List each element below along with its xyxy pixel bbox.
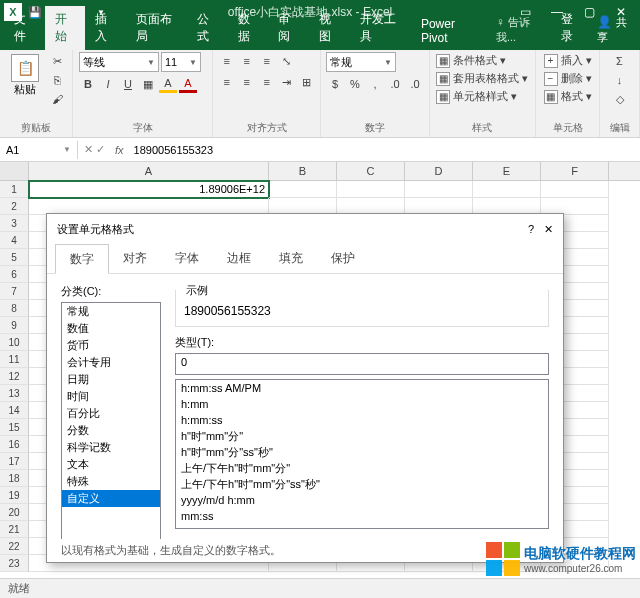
merge-icon[interactable]: ⊞ <box>298 73 316 91</box>
row-header[interactable]: 22 <box>0 538 29 555</box>
tab-layout[interactable]: 页面布局 <box>126 6 187 50</box>
tab-file[interactable]: 文件 <box>4 6 45 50</box>
row-header[interactable]: 2 <box>0 198 29 215</box>
row-header[interactable]: 17 <box>0 453 29 470</box>
row-header[interactable]: 18 <box>0 470 29 487</box>
category-item[interactable]: 百分比 <box>62 405 160 422</box>
tab-formulas[interactable]: 公式 <box>187 6 228 50</box>
autosum-icon[interactable]: Σ <box>611 52 629 70</box>
tab-power[interactable]: Power Pivot <box>411 12 486 50</box>
format-painter-icon[interactable]: 🖌 <box>48 90 66 108</box>
fill-color-button[interactable]: A <box>159 75 177 93</box>
cell[interactable] <box>405 181 473 198</box>
category-listbox[interactable]: 常规数值货币会计专用日期时间百分比分数科学记数文本特殊自定义 <box>61 302 161 539</box>
formula-bar-input[interactable]: 1890056155323 <box>128 141 640 159</box>
category-item[interactable]: 数值 <box>62 320 160 337</box>
category-item[interactable]: 常规 <box>62 303 160 320</box>
tab-dev[interactable]: 开发工具 <box>350 6 411 50</box>
dlg-tab-border[interactable]: 边框 <box>213 244 265 273</box>
col-header[interactable]: A <box>29 162 269 180</box>
category-item[interactable]: 科学记数 <box>62 439 160 456</box>
percent-icon[interactable]: % <box>346 75 364 93</box>
align-middle-icon[interactable]: ≡ <box>238 52 256 70</box>
align-left-icon[interactable]: ≡ <box>218 73 236 91</box>
cell[interactable] <box>473 181 541 198</box>
dialog-help-icon[interactable]: ? <box>528 223 534 236</box>
category-item[interactable]: 特殊 <box>62 473 160 490</box>
row-header[interactable]: 15 <box>0 419 29 436</box>
clear-icon[interactable]: ◇ <box>611 90 629 108</box>
category-item[interactable]: 自定义 <box>62 490 160 507</box>
type-item[interactable]: 上午/下午h"时"mm"分" <box>176 460 548 476</box>
underline-button[interactable]: U <box>119 75 137 93</box>
row-header[interactable]: 7 <box>0 283 29 300</box>
fx-icon[interactable]: fx <box>111 144 128 156</box>
category-item[interactable]: 会计专用 <box>62 354 160 371</box>
dlg-tab-font[interactable]: 字体 <box>161 244 213 273</box>
enter-formula-icon[interactable]: ✓ <box>96 143 105 156</box>
fill-icon[interactable]: ↓ <box>611 71 629 89</box>
dlg-tab-fill[interactable]: 填充 <box>265 244 317 273</box>
dlg-tab-protect[interactable]: 保护 <box>317 244 369 273</box>
increase-decimal-icon[interactable]: .0 <box>386 75 404 93</box>
font-name-combo[interactable]: 等线▼ <box>79 52 159 72</box>
align-center-icon[interactable]: ≡ <box>238 73 256 91</box>
category-item[interactable]: 分数 <box>62 422 160 439</box>
indent-icon[interactable]: ⇥ <box>278 73 296 91</box>
align-top-icon[interactable]: ≡ <box>218 52 236 70</box>
italic-button[interactable]: I <box>99 75 117 93</box>
row-header[interactable]: 8 <box>0 300 29 317</box>
row-header[interactable]: 4 <box>0 232 29 249</box>
cell[interactable] <box>337 181 405 198</box>
type-item[interactable]: h:mm:ss <box>176 412 548 428</box>
cell[interactable] <box>541 181 609 198</box>
col-header[interactable]: E <box>473 162 541 180</box>
row-header[interactable]: 16 <box>0 436 29 453</box>
number-format-combo[interactable]: 常规▼ <box>326 52 396 72</box>
conditional-format-button[interactable]: ▦条件格式 ▾ <box>434 52 508 69</box>
row-header[interactable]: 21 <box>0 521 29 538</box>
col-header[interactable]: C <box>337 162 405 180</box>
type-listbox[interactable]: h:mm:ss AM/PMh:mmh:mm:ssh"时"mm"分"h"时"mm"… <box>175 379 549 529</box>
dialog-close-icon[interactable]: ✕ <box>544 223 553 236</box>
row-header[interactable]: 6 <box>0 266 29 283</box>
type-item[interactable]: h"时"mm"分" <box>176 428 548 444</box>
cell[interactable]: 1.89006E+12 <box>29 181 269 198</box>
select-all-corner[interactable] <box>0 162 29 180</box>
row-header[interactable]: 19 <box>0 487 29 504</box>
currency-icon[interactable]: $ <box>326 75 344 93</box>
col-header[interactable]: D <box>405 162 473 180</box>
row-header[interactable]: 9 <box>0 317 29 334</box>
login-link[interactable]: 登录 <box>553 6 590 50</box>
type-item[interactable]: h:mm <box>176 396 548 412</box>
tab-data[interactable]: 数据 <box>228 6 269 50</box>
row-header[interactable]: 23 <box>0 555 29 572</box>
col-header[interactable]: F <box>541 162 609 180</box>
category-item[interactable]: 文本 <box>62 456 160 473</box>
row-header[interactable]: 14 <box>0 402 29 419</box>
align-bottom-icon[interactable]: ≡ <box>258 52 276 70</box>
cell[interactable] <box>269 181 337 198</box>
type-item[interactable]: yyyy/m/d h:mm <box>176 492 548 508</box>
row-header[interactable]: 13 <box>0 385 29 402</box>
tab-review[interactable]: 审阅 <box>268 6 309 50</box>
type-item[interactable]: mm:ss.0 <box>176 524 548 529</box>
align-right-icon[interactable]: ≡ <box>258 73 276 91</box>
row-header[interactable]: 3 <box>0 215 29 232</box>
orientation-icon[interactable]: ⤡ <box>278 52 296 70</box>
dlg-tab-align[interactable]: 对齐 <box>109 244 161 273</box>
tab-insert[interactable]: 插入 <box>85 6 126 50</box>
col-header[interactable]: B <box>269 162 337 180</box>
share-button[interactable]: 👤 共享 <box>589 10 640 50</box>
row-header[interactable]: 1 <box>0 181 29 198</box>
format-table-button[interactable]: ▦套用表格格式 ▾ <box>434 70 530 87</box>
category-item[interactable]: 货币 <box>62 337 160 354</box>
paste-button[interactable]: 📋 粘贴 <box>6 52 44 99</box>
decrease-decimal-icon[interactable]: .0 <box>406 75 424 93</box>
row-header[interactable]: 20 <box>0 504 29 521</box>
font-color-button[interactable]: A <box>179 75 197 93</box>
insert-cells-button[interactable]: +插入 ▾ <box>542 52 594 69</box>
row-header[interactable]: 12 <box>0 368 29 385</box>
copy-icon[interactable]: ⎘ <box>48 71 66 89</box>
tab-view[interactable]: 视图 <box>309 6 350 50</box>
